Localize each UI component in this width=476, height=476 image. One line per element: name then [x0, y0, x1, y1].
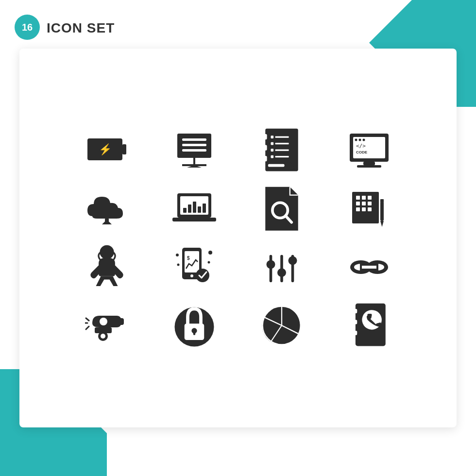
icon-set-card: ⚡ — [19, 49, 457, 427]
svg-rect-99 — [352, 309, 357, 313]
svg-marker-57 — [380, 221, 384, 227]
chain-links-icon — [330, 245, 408, 289]
svg-rect-18 — [271, 149, 274, 152]
svg-rect-48 — [362, 196, 366, 200]
svg-rect-55 — [368, 207, 372, 211]
icon-grid: ⚡ — [68, 129, 408, 347]
mobile-finance-icon: $ — [155, 245, 233, 289]
svg-rect-21 — [275, 156, 289, 157]
battery-icon: ⚡ — [68, 129, 146, 172]
svg-point-73 — [277, 268, 286, 277]
svg-rect-16 — [271, 142, 274, 145]
svg-rect-47 — [356, 196, 360, 200]
svg-rect-38 — [172, 218, 216, 221]
svg-rect-15 — [275, 136, 289, 138]
svg-rect-40 — [188, 204, 191, 213]
svg-rect-11 — [263, 134, 267, 139]
building-design-icon — [330, 187, 408, 231]
svg-point-67 — [208, 261, 210, 264]
svg-rect-92 — [193, 331, 196, 335]
svg-rect-100 — [352, 320, 357, 324]
svg-rect-51 — [362, 202, 366, 205]
svg-text:⚡: ⚡ — [99, 143, 112, 156]
badge-number: 16 — [15, 15, 40, 40]
svg-point-64 — [196, 269, 209, 282]
svg-point-62 — [190, 274, 193, 277]
svg-rect-6 — [182, 138, 206, 141]
analytics-laptop-icon — [155, 187, 233, 231]
svg-rect-53 — [356, 207, 360, 211]
svg-rect-50 — [356, 202, 360, 205]
svg-rect-42 — [198, 206, 201, 213]
svg-rect-7 — [182, 144, 206, 146]
lock-icon — [155, 304, 233, 347]
person-stress-icon — [68, 245, 146, 289]
svg-rect-80 — [362, 266, 376, 269]
svg-point-66 — [208, 251, 212, 255]
svg-rect-20 — [271, 155, 274, 158]
svg-text:</>: </> — [356, 143, 366, 149]
svg-text:$: $ — [187, 255, 190, 261]
svg-point-29 — [355, 139, 357, 141]
svg-rect-56 — [380, 202, 384, 221]
svg-point-68 — [177, 264, 180, 266]
svg-rect-26 — [363, 162, 375, 165]
svg-rect-13 — [263, 156, 267, 161]
cloud-download-icon — [68, 187, 146, 231]
svg-point-31 — [363, 139, 365, 141]
svg-rect-27 — [357, 165, 381, 168]
svg-rect-82 — [112, 318, 124, 325]
search-document-icon — [243, 187, 321, 231]
svg-rect-14 — [271, 136, 274, 139]
pie-chart-icon — [243, 304, 321, 347]
code-monitor-icon: </> CODE — [330, 129, 408, 172]
svg-point-30 — [359, 139, 361, 141]
svg-rect-49 — [368, 196, 372, 200]
svg-rect-19 — [275, 150, 289, 151]
svg-rect-101 — [352, 331, 357, 335]
svg-rect-52 — [368, 202, 372, 205]
svg-rect-39 — [183, 208, 187, 213]
svg-rect-35 — [105, 219, 109, 224]
svg-rect-54 — [362, 207, 366, 211]
svg-point-74 — [289, 256, 297, 265]
svg-rect-8 — [182, 149, 206, 152]
whistle-icon — [68, 304, 146, 347]
svg-rect-1 — [122, 144, 126, 154]
svg-rect-12 — [263, 145, 267, 151]
svg-point-65 — [176, 254, 179, 256]
svg-point-86 — [100, 318, 107, 325]
svg-rect-58 — [380, 199, 384, 203]
svg-rect-41 — [193, 202, 196, 213]
svg-rect-43 — [203, 204, 206, 213]
svg-line-83 — [86, 318, 89, 321]
svg-text:CODE: CODE — [356, 150, 368, 154]
presentation-icon — [155, 129, 233, 172]
svg-point-88 — [101, 334, 105, 339]
page-title: ICON SET — [47, 20, 115, 36]
svg-line-85 — [86, 326, 89, 329]
phone-book-icon — [330, 304, 408, 347]
svg-point-72 — [267, 260, 275, 269]
settings-sliders-icon — [243, 245, 321, 289]
svg-rect-22 — [268, 164, 285, 167]
notebook-icon — [243, 129, 321, 172]
svg-rect-17 — [275, 143, 289, 144]
